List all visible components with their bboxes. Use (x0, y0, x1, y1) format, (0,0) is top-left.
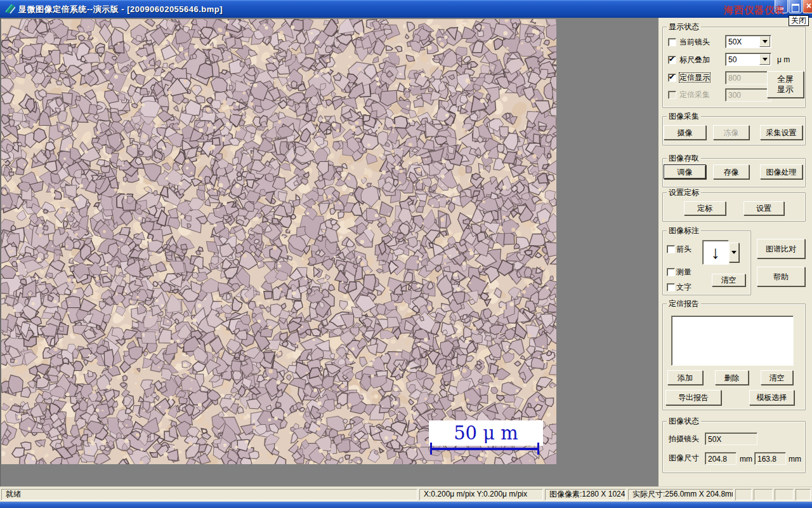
down-arrow-icon: ↓ (711, 243, 720, 262)
status-image-pixels: 图像像素:1280 X 1024 (545, 489, 626, 500)
chevron-down-icon[interactable] (729, 243, 739, 262)
vendor-watermark: 海西仪器仪表 (724, 4, 785, 17)
ruler-unit-label: μ m (777, 55, 790, 64)
main-content: 50 μ m 显示状态 当前镜头 50X 标尺叠加 50 (0, 18, 812, 486)
capture-group-title: 图像采集 (667, 112, 701, 121)
ruler-value-select[interactable]: 50 (725, 53, 771, 66)
scale-bar-label: 50 μ m (454, 422, 518, 444)
status-cell-empty (775, 489, 794, 500)
template-select-button[interactable]: 模板选择 (749, 390, 794, 405)
status-cell-empty (796, 489, 811, 500)
save-image-button[interactable]: 存像 (713, 164, 749, 179)
annotation-clear-button[interactable]: 清空 (712, 274, 745, 286)
shoot-button[interactable]: 摄像 (664, 125, 706, 140)
scale-bar-tick-right (537, 443, 539, 455)
measure-checkbox[interactable] (667, 268, 675, 276)
close-tooltip: 关闭 (789, 15, 809, 26)
measure-label: 测量 (676, 267, 691, 276)
calibrate-button[interactable]: 定标 (684, 201, 726, 215)
status-bar: 就绪 X:0.200μ m/pix Y:0.200μ m/pix 图像像素:12… (0, 486, 812, 502)
ruler-overlay-label: 标尺叠加 (679, 55, 710, 64)
report-delete-button[interactable]: 删除 (715, 370, 749, 385)
report-listbox[interactable] (671, 316, 794, 366)
image-width-unit: mm (740, 455, 752, 464)
scale-bar-tick-left (430, 443, 432, 455)
fixed-display-value-field: 800 (725, 71, 771, 84)
calibration-group-title: 设置定标 (667, 188, 701, 197)
report-add-button[interactable]: 添加 (667, 370, 703, 385)
image-height-field: 163.8 (754, 452, 786, 465)
arrow-checkbox[interactable] (667, 245, 675, 253)
atlas-compare-button[interactable]: 图谱比对 (757, 239, 805, 258)
ruler-value: 50 (728, 55, 737, 64)
calibration-settings-button[interactable]: 设置 (743, 201, 784, 215)
chevron-down-icon[interactable] (759, 36, 770, 47)
image-canvas-area: 50 μ m (0, 18, 658, 486)
scale-bar-line (430, 448, 539, 450)
ruler-overlay-checkbox[interactable] (668, 56, 676, 64)
image-process-button[interactable]: 图像处理 (760, 164, 802, 179)
report-group-title: 定倍报告 (667, 299, 701, 308)
maximize-button[interactable] (789, 0, 802, 13)
app-window: 显微图像定倍系统--演示版 - [20090602055646.bmp] 海西仪… (0, 0, 812, 508)
micrograph[interactable] (1, 19, 556, 464)
shoot-lens-label: 拍摄镜头 (669, 434, 699, 443)
display-status-title: 显示状态 (667, 22, 701, 31)
arrow-label: 箭头 (676, 244, 691, 253)
export-report-button[interactable]: 导出报告 (665, 390, 721, 405)
fixed-capture-value-field: 300 (725, 88, 771, 102)
load-image-button[interactable]: 调像 (664, 164, 706, 179)
control-panel: 显示状态 当前镜头 50X 标尺叠加 50 μ m 定倍显示 800 定倍采集 … (658, 18, 812, 486)
freeze-button: 冻像 (713, 125, 749, 140)
current-lens-select[interactable]: 50X (725, 35, 771, 48)
status-pixel-scale: X:0.200μ m/pix Y:0.200μ m/pix (419, 489, 543, 500)
report-clear-button[interactable]: 清空 (761, 370, 793, 385)
current-lens-checkbox[interactable] (668, 38, 676, 46)
arrow-style-select[interactable]: ↓ (702, 240, 739, 265)
app-icon (4, 3, 15, 14)
text-label: 文字 (676, 283, 691, 291)
fixed-capture-label: 定倍采集 (679, 90, 710, 99)
storage-group-title: 图像存取 (667, 154, 701, 163)
fixed-display-checkbox[interactable] (668, 74, 676, 82)
current-lens-label: 当前镜头 (679, 37, 710, 46)
annotation-group-title: 图像标注 (667, 226, 701, 235)
fullscreen-button[interactable]: 全屏显示 (767, 71, 804, 98)
status-cell-empty (735, 489, 752, 500)
shoot-lens-field: 50X (705, 432, 757, 445)
status-ready: 就绪 (1, 489, 417, 500)
status-cell-empty (754, 489, 773, 500)
fixed-capture-checkbox (668, 91, 676, 99)
chevron-down-icon[interactable] (759, 54, 770, 65)
title-bar: 显微图像定倍系统--演示版 - [20090602055646.bmp] 海西仪… (0, 0, 812, 18)
close-button[interactable] (802, 0, 812, 13)
image-status-title: 图像状态 (667, 417, 701, 425)
image-width-field: 204.8 (705, 452, 737, 465)
text-checkbox[interactable] (667, 283, 675, 291)
status-actual-size: 实际尺寸:256.0mm X 204.8mm (628, 489, 733, 500)
image-size-label: 图像尺寸 (669, 453, 699, 462)
image-height-unit: mm (789, 455, 801, 464)
current-lens-value: 50X (728, 37, 742, 46)
capture-settings-button[interactable]: 采集设置 (760, 125, 802, 140)
scale-bar-overlay: 50 μ m (429, 420, 543, 446)
window-bottom-border (0, 502, 812, 508)
help-button[interactable]: 帮助 (757, 267, 805, 286)
fixed-display-label: 定倍显示 (679, 73, 710, 82)
image-status-group: 图像状态 (662, 421, 806, 473)
arrow-style-preview: ↓ (702, 240, 729, 265)
window-title: 显微图像定倍系统--演示版 - [20090602055646.bmp] (18, 4, 223, 15)
